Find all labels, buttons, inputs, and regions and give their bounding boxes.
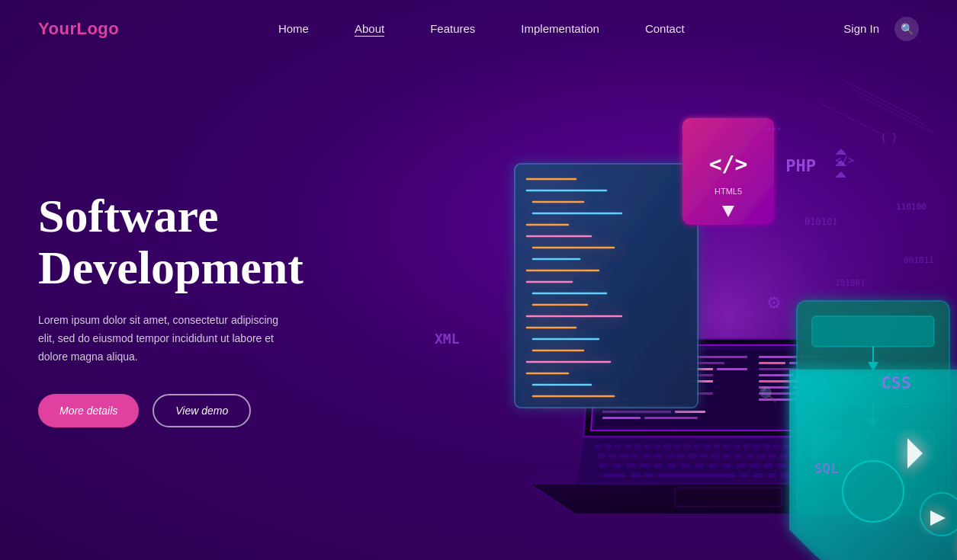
sign-in-link[interactable]: Sign In: [843, 22, 879, 35]
nav-right: Sign In 🔍: [843, 17, 919, 41]
svg-text:🔍: 🔍: [759, 386, 778, 404]
svg-rect-110: [602, 417, 641, 419]
nav-item-contact[interactable]: Contact: [645, 22, 685, 36]
navbar: YourLogo Home About Features Implementat…: [0, 0, 957, 57]
sql-label: SQL: [814, 460, 839, 476]
xml-label: XML: [435, 331, 460, 347]
search-icon: 🔍: [901, 23, 914, 35]
page-wrapper: YourLogo Home About Features Implementat…: [0, 0, 957, 560]
logo[interactable]: YourLogo: [38, 19, 119, 39]
svg-text:</>: </>: [709, 152, 748, 177]
nav-link-implementation[interactable]: Implementation: [521, 22, 599, 35]
svg-rect-131: [515, 164, 698, 408]
nav-link-features[interactable]: Features: [430, 22, 475, 35]
svg-text:110100: 110100: [896, 202, 926, 212]
hero-section: Software Development Lorem ipsum dolor s…: [0, 57, 957, 560]
svg-rect-109: [675, 411, 705, 413]
svg-point-167: [843, 461, 904, 522]
svg-rect-119: [759, 374, 793, 376]
svg-text:001011: 001011: [904, 255, 934, 265]
nav-link-contact[interactable]: Contact: [645, 22, 685, 35]
nav-item-about[interactable]: About: [355, 22, 384, 36]
more-details-button[interactable]: More details: [38, 394, 139, 427]
svg-line-180: [843, 80, 919, 118]
hero-text: Software Development Lorem ipsum dolor s…: [38, 190, 303, 427]
svg-rect-95: [717, 368, 747, 370]
view-demo-button[interactable]: View demo: [153, 394, 251, 427]
hero-description: Lorem ipsum dolor sit amet, consectetur …: [38, 312, 297, 366]
nav-item-features[interactable]: Features: [430, 22, 475, 36]
nav-links: Home About Features Implementation Conta…: [278, 22, 685, 36]
svg-text:010101: 010101: [804, 216, 837, 227]
svg-rect-157: [812, 316, 934, 347]
hero-buttons: More details View demo: [38, 394, 303, 427]
nav-link-home[interactable]: Home: [278, 22, 309, 35]
svg-rect-115: [759, 362, 785, 364]
css-label: CSS: [881, 373, 911, 392]
nav-link-about[interactable]: About: [355, 22, 384, 35]
svg-text:HTML5: HTML5: [715, 187, 742, 196]
hero-title: Software Development: [38, 190, 303, 293]
php-label: PHP: [785, 156, 816, 175]
svg-text:***: ***: [766, 126, 782, 136]
svg-rect-83: [675, 488, 782, 507]
svg-point-168: [920, 493, 957, 536]
svg-rect-111: [644, 417, 698, 419]
svg-text:⚙: ⚙: [766, 293, 782, 312]
svg-text:101001: 101001: [835, 278, 865, 288]
svg-rect-108: [602, 411, 671, 413]
nav-item-implementation[interactable]: Implementation: [521, 22, 599, 36]
hero-illustration: </> HTML5: [423, 72, 957, 560]
nav-item-home[interactable]: Home: [278, 22, 309, 36]
svg-line-181: [850, 88, 926, 126]
search-button[interactable]: 🔍: [894, 17, 919, 41]
svg-rect-112: [759, 356, 797, 358]
